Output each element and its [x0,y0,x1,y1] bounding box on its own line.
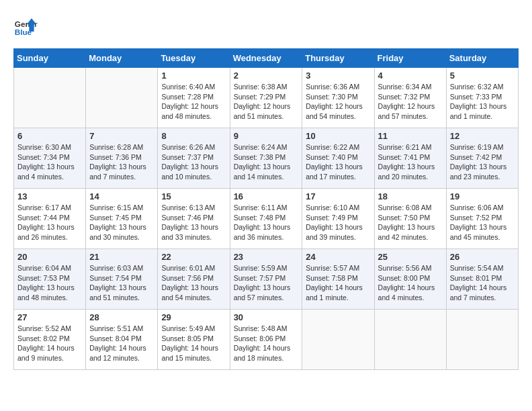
calendar-cell: 5Sunrise: 6:32 AMSunset: 7:33 PMDaylight… [446,68,518,128]
day-number: 25 [378,252,443,262]
day-info: Sunrise: 5:51 AMSunset: 8:04 PMDaylight:… [89,324,154,363]
calendar-cell: 3Sunrise: 6:36 AMSunset: 7:30 PMDaylight… [302,68,374,128]
weekday-header-saturday: Saturday [446,49,518,68]
day-info: Sunrise: 6:06 AMSunset: 7:52 PMDaylight:… [450,203,515,242]
day-number: 7 [89,131,154,141]
day-info: Sunrise: 6:08 AMSunset: 7:50 PMDaylight:… [378,203,443,242]
day-number: 6 [17,131,82,141]
day-number: 13 [17,191,82,201]
calendar-cell: 8Sunrise: 6:26 AMSunset: 7:37 PMDaylight… [158,128,230,189]
calendar-cell: 28Sunrise: 5:51 AMSunset: 8:04 PMDayligh… [86,310,158,370]
calendar-cell: 29Sunrise: 5:49 AMSunset: 8:05 PMDayligh… [158,310,230,370]
day-number: 17 [306,191,370,201]
day-number: 18 [378,191,443,201]
calendar-cell: 12Sunrise: 6:19 AMSunset: 7:42 PMDayligh… [446,128,518,189]
day-number: 4 [378,71,443,81]
day-info: Sunrise: 5:59 AMSunset: 7:57 PMDaylight:… [234,263,299,303]
calendar-cell [14,68,86,128]
day-info: Sunrise: 6:24 AMSunset: 7:38 PMDaylight:… [234,142,299,182]
calendar-cell: 2Sunrise: 6:38 AMSunset: 7:29 PMDaylight… [230,68,302,128]
day-number: 9 [234,131,299,141]
calendar-cell: 27Sunrise: 5:52 AMSunset: 8:02 PMDayligh… [14,310,86,370]
day-info: Sunrise: 6:28 AMSunset: 7:36 PMDaylight:… [89,142,154,182]
day-info: Sunrise: 6:13 AMSunset: 7:46 PMDaylight:… [161,203,226,242]
calendar-cell: 9Sunrise: 6:24 AMSunset: 7:38 PMDaylight… [230,128,302,189]
calendar-cell: 10Sunrise: 6:22 AMSunset: 7:40 PMDayligh… [302,128,374,189]
calendar-cell: 6Sunrise: 6:30 AMSunset: 7:34 PMDaylight… [14,128,86,189]
day-info: Sunrise: 5:48 AMSunset: 8:06 PMDaylight:… [234,324,299,363]
day-info: Sunrise: 6:11 AMSunset: 7:48 PMDaylight:… [234,203,299,242]
calendar-cell: 19Sunrise: 6:06 AMSunset: 7:52 PMDayligh… [446,189,518,249]
calendar-week-1: 1Sunrise: 6:40 AMSunset: 7:28 PMDaylight… [14,68,519,128]
day-number: 21 [89,252,154,262]
calendar-cell: 14Sunrise: 6:15 AMSunset: 7:45 PMDayligh… [86,189,158,249]
day-number: 12 [450,131,515,141]
day-number: 24 [306,252,370,262]
calendar-cell [446,310,518,370]
calendar-cell: 23Sunrise: 5:59 AMSunset: 7:57 PMDayligh… [230,249,302,310]
day-number: 1 [161,71,226,81]
weekday-header-monday: Monday [86,49,158,68]
day-number: 5 [450,71,515,81]
day-info: Sunrise: 6:26 AMSunset: 7:37 PMDaylight:… [161,142,226,182]
day-info: Sunrise: 6:17 AMSunset: 7:44 PMDaylight:… [17,203,82,242]
day-number: 27 [17,312,82,322]
day-info: Sunrise: 6:19 AMSunset: 7:42 PMDaylight:… [450,142,515,182]
day-info: Sunrise: 5:52 AMSunset: 8:02 PMDaylight:… [17,324,82,363]
calendar-cell: 16Sunrise: 6:11 AMSunset: 7:48 PMDayligh… [230,189,302,249]
calendar-header-row: SundayMondayTuesdayWednesdayThursdayFrid… [14,49,519,68]
day-info: Sunrise: 5:54 AMSunset: 8:01 PMDaylight:… [450,263,515,303]
day-number: 10 [306,131,370,141]
day-number: 28 [89,312,154,322]
weekday-header-wednesday: Wednesday [230,49,302,68]
calendar-cell: 22Sunrise: 6:01 AMSunset: 7:56 PMDayligh… [158,249,230,310]
calendar-cell: 17Sunrise: 6:10 AMSunset: 7:49 PMDayligh… [302,189,374,249]
day-info: Sunrise: 5:57 AMSunset: 7:58 PMDaylight:… [306,263,370,303]
day-info: Sunrise: 6:36 AMSunset: 7:30 PMDaylight:… [306,82,370,122]
calendar-cell: 7Sunrise: 6:28 AMSunset: 7:36 PMDaylight… [86,128,158,189]
calendar-cell: 13Sunrise: 6:17 AMSunset: 7:44 PMDayligh… [14,189,86,249]
day-number: 14 [89,191,154,201]
day-number: 20 [17,252,82,262]
day-number: 30 [234,312,299,322]
day-number: 26 [450,252,515,262]
calendar-week-3: 13Sunrise: 6:17 AMSunset: 7:44 PMDayligh… [14,189,519,249]
weekday-header-thursday: Thursday [302,49,374,68]
calendar-cell: 26Sunrise: 5:54 AMSunset: 8:01 PMDayligh… [446,249,518,310]
day-info: Sunrise: 6:04 AMSunset: 7:53 PMDaylight:… [17,263,82,303]
day-info: Sunrise: 6:32 AMSunset: 7:33 PMDaylight:… [450,82,515,122]
day-info: Sunrise: 6:03 AMSunset: 7:54 PMDaylight:… [89,263,154,303]
day-info: Sunrise: 6:40 AMSunset: 7:28 PMDaylight:… [161,82,226,122]
day-info: Sunrise: 6:10 AMSunset: 7:49 PMDaylight:… [306,203,370,242]
weekday-header-friday: Friday [374,49,446,68]
calendar-cell: 21Sunrise: 6:03 AMSunset: 7:54 PMDayligh… [86,249,158,310]
calendar-cell [302,310,374,370]
page-header: General Blue [13,13,519,38]
day-info: Sunrise: 6:01 AMSunset: 7:56 PMDaylight:… [161,263,226,303]
logo: General Blue [13,13,40,38]
calendar-cell: 1Sunrise: 6:40 AMSunset: 7:28 PMDaylight… [158,68,230,128]
calendar-cell [374,310,446,370]
day-number: 22 [161,252,226,262]
day-number: 2 [234,71,299,81]
day-info: Sunrise: 5:49 AMSunset: 8:05 PMDaylight:… [161,324,226,363]
calendar-cell: 15Sunrise: 6:13 AMSunset: 7:46 PMDayligh… [158,189,230,249]
calendar-cell: 30Sunrise: 5:48 AMSunset: 8:06 PMDayligh… [230,310,302,370]
day-number: 16 [234,191,299,201]
weekday-header-sunday: Sunday [14,49,86,68]
calendar-week-2: 6Sunrise: 6:30 AMSunset: 7:34 PMDaylight… [14,128,519,189]
day-info: Sunrise: 6:21 AMSunset: 7:41 PMDaylight:… [378,142,443,182]
calendar-week-5: 27Sunrise: 5:52 AMSunset: 8:02 PMDayligh… [14,310,519,370]
day-number: 11 [378,131,443,141]
calendar-cell: 24Sunrise: 5:57 AMSunset: 7:58 PMDayligh… [302,249,374,310]
day-info: Sunrise: 6:22 AMSunset: 7:40 PMDaylight:… [306,142,370,182]
calendar-week-4: 20Sunrise: 6:04 AMSunset: 7:53 PMDayligh… [14,249,519,310]
calendar-cell: 18Sunrise: 6:08 AMSunset: 7:50 PMDayligh… [374,189,446,249]
calendar-cell: 4Sunrise: 6:34 AMSunset: 7:32 PMDaylight… [374,68,446,128]
day-info: Sunrise: 6:15 AMSunset: 7:45 PMDaylight:… [89,203,154,242]
day-number: 29 [161,312,226,322]
calendar-cell: 11Sunrise: 6:21 AMSunset: 7:41 PMDayligh… [374,128,446,189]
calendar-cell [86,68,158,128]
calendar-table: SundayMondayTuesdayWednesdayThursdayFrid… [13,48,519,370]
calendar-cell: 20Sunrise: 6:04 AMSunset: 7:53 PMDayligh… [14,249,86,310]
